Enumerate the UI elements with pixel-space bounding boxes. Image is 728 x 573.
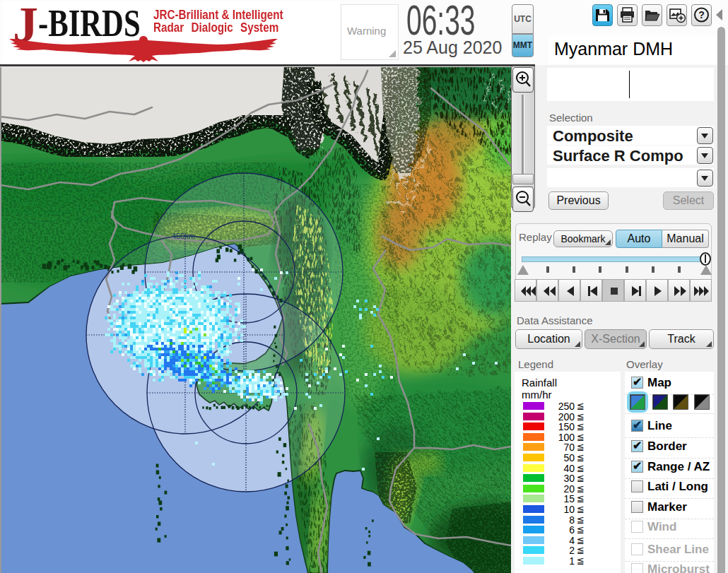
svg-text:450km: 450km xyxy=(172,232,195,240)
svg-text:?: ? xyxy=(698,9,705,20)
